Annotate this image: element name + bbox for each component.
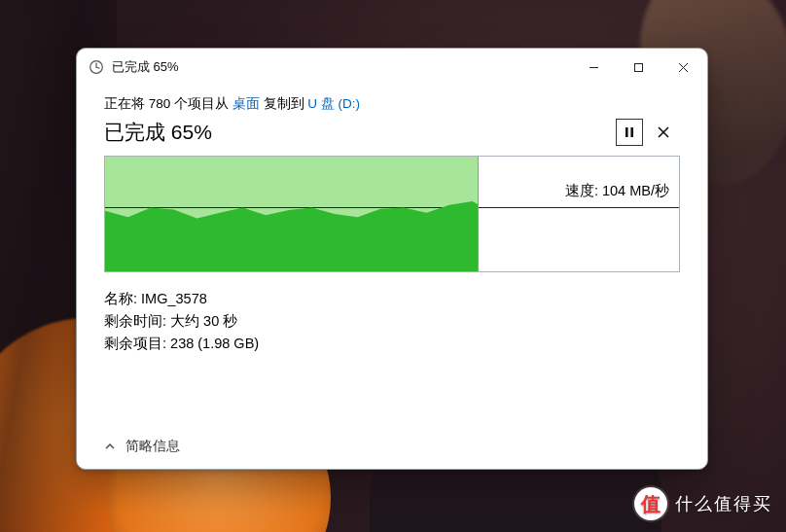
watermark: 值 什么值得买 — [634, 487, 772, 520]
svg-line-2 — [96, 67, 99, 68]
source-link[interactable]: 桌面 — [232, 96, 260, 111]
file-copy-dialog: 已完成 65% 正在将 780 个项目从 桌面 复制到 U 盘 (D:) 已完成… — [76, 48, 708, 470]
close-button[interactable] — [661, 52, 705, 83]
details-block: 名称: IMG_3578 剩余时间: 大约 30 秒 剩余项目: 238 (1.… — [104, 288, 680, 356]
speed-label: 速度: 104 MB/秒 — [565, 182, 669, 200]
pause-button[interactable] — [616, 119, 643, 146]
operation-description: 正在将 780 个项目从 桌面 复制到 U 盘 (D:) — [104, 95, 680, 113]
destination-link[interactable]: U 盘 (D:) — [307, 96, 360, 111]
titlebar[interactable]: 已完成 65% — [77, 49, 707, 86]
svg-rect-7 — [625, 127, 628, 137]
progress-text: 已完成 65% — [104, 119, 612, 146]
clock-icon — [89, 59, 104, 75]
watermark-text: 什么值得买 — [675, 492, 772, 515]
fewer-details-label: 简略信息 — [125, 438, 180, 455]
speed-chart: 速度: 104 MB/秒 — [104, 156, 680, 272]
desktop-wallpaper: 已完成 65% 正在将 780 个项目从 桌面 复制到 U 盘 (D:) 已完成… — [0, 0, 786, 532]
time-label: 剩余时间: — [104, 313, 170, 329]
window-title: 已完成 65% — [112, 58, 179, 76]
detail-name: 名称: IMG_3578 — [104, 288, 680, 310]
fewer-details-toggle[interactable]: 简略信息 — [104, 438, 180, 455]
detail-time: 剩余时间: 大约 30 秒 — [104, 310, 680, 333]
minimize-button[interactable] — [571, 52, 616, 83]
items-value: 238 (1.98 GB) — [170, 336, 259, 351]
cancel-button[interactable] — [647, 120, 680, 145]
items-label: 剩余项目: — [104, 336, 170, 351]
chevron-up-icon — [104, 440, 116, 455]
svg-rect-8 — [630, 127, 633, 137]
operation-middle: 复制到 — [260, 96, 308, 111]
operation-prefix: 正在将 780 个项目从 — [104, 96, 232, 111]
svg-rect-4 — [634, 63, 642, 71]
detail-items: 剩余项目: 238 (1.98 GB) — [104, 333, 680, 355]
name-label: 名称: — [104, 291, 141, 306]
name-value: IMG_3578 — [141, 291, 207, 306]
watermark-badge-icon: 值 — [634, 487, 667, 520]
time-value: 大约 30 秒 — [170, 313, 237, 329]
maximize-button[interactable] — [616, 52, 661, 83]
